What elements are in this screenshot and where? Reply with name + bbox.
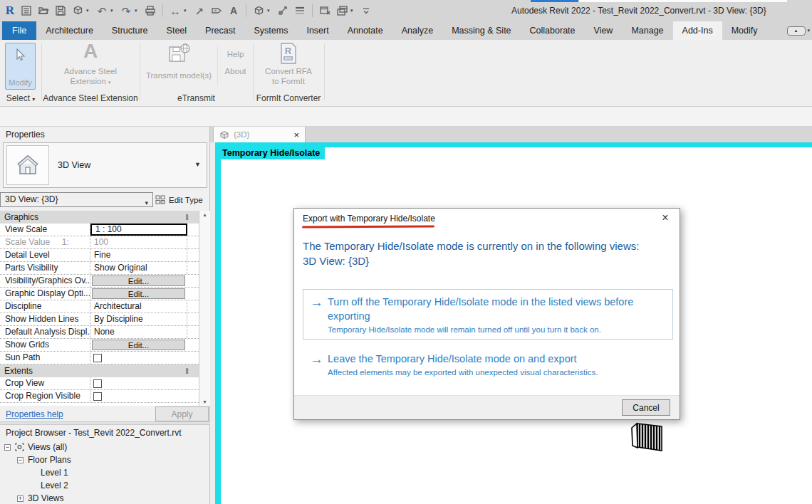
apply-button[interactable]: Apply [155,406,209,421]
section-icon[interactable] [276,3,290,19]
ribbon-tab-annotate[interactable]: Annotate [338,21,392,40]
collapse-icon[interactable]: − [4,444,11,451]
measure-dropdown-icon[interactable]: ▾ [184,8,189,14]
ribbon-tab-precast[interactable]: Precast [196,21,244,40]
property-value[interactable]: Architectural [90,300,187,313]
property-label: Default Analysis Displ... [0,326,90,338]
edit-type-button[interactable]: Edit Type [155,192,210,207]
property-value[interactable]: Show Original [90,262,187,274]
ribbon-tab-massing-site[interactable]: Massing & Site [442,21,520,40]
expand-icon[interactable]: + [17,495,24,502]
switch-windows-icon[interactable] [335,3,349,19]
property-value [102,377,187,389]
dialog-option-2[interactable]: →Leave the Temporary Hide/Isolate mode o… [303,352,673,377]
undo-icon[interactable]: ↶ [95,3,109,19]
minimize-ribbon-button[interactable]: ▲ [787,26,806,36]
switch-windows-dropdown-icon[interactable]: ▾ [350,8,356,14]
advance-steel-icon: A [41,40,140,63]
collapse-chevron-icon[interactable]: ∧∧ [185,214,199,221]
instance-selector[interactable]: 3D View: {3D} ▾ [0,192,153,207]
close-inactive-windows-icon[interactable] [318,3,332,19]
properties-scrollbar[interactable]: ▴ ▾ [199,211,210,406]
redo-icon[interactable]: ↷ [119,3,133,19]
edit-button[interactable]: Edit... [92,340,185,350]
checkbox[interactable] [93,379,102,388]
tree-item-3d-views[interactable]: +3D Views [0,492,210,504]
property-group-graphics[interactable]: Graphics∧∧ [0,211,199,224]
ribbon-tab-modify[interactable]: Modify [722,21,767,40]
checkbox[interactable] [93,354,102,362]
redo-dropdown-icon[interactable]: ▾ [135,8,140,14]
default-3d-view-dropdown-icon[interactable]: ▾ [267,8,273,14]
tree-item-views-all[interactable]: −Views (all) [0,441,210,453]
view-tab-close-icon[interactable]: × [293,130,299,140]
ribbon-tab-view[interactable]: View [585,21,623,40]
properties-palette-icon[interactable] [19,3,33,19]
ribbon-tab-manage[interactable]: Manage [622,21,672,40]
properties-help-link[interactable]: Properties help [6,409,63,419]
about-button[interactable]: About [218,67,253,75]
tree-item-label: Floor Plans [28,455,71,465]
undo-dropdown-icon[interactable]: ▾ [110,8,116,14]
ribbon: Modify Select ▾ A Advance Steel Extensio… [0,40,812,107]
ribbon-tab-architecture[interactable]: Architecture [36,21,103,40]
synchronize-dropdown-icon[interactable]: ▾ [86,8,92,14]
property-group-label: Graphics [0,212,185,222]
dialog-option-1[interactable]: →Turn off the Temporary Hide/Isolate mod… [303,289,673,340]
property-label: Show Hidden Lines [0,313,90,325]
model-element-striped-panel[interactable] [630,421,665,451]
collapse-icon[interactable]: − [17,457,24,463]
open-icon[interactable] [36,3,51,19]
view-tab-3d[interactable]: {3D} × [213,127,306,142]
checkbox[interactable] [93,392,102,401]
transmit-models-button[interactable]: Transmit model(s) [141,40,217,91]
ribbon-tab-structure[interactable]: Structure [103,21,157,40]
minimize-ribbon-caret-icon[interactable]: ▾ [808,28,811,33]
ribbon-tab-file[interactable]: File [2,21,36,40]
help-button[interactable]: Help [218,50,253,58]
ribbon-tab-analyze[interactable]: Analyze [392,21,442,40]
collapse-chevron-icon[interactable]: ∧∧ [185,368,199,374]
property-value[interactable]: Fine [90,249,187,261]
cursor-icon [15,48,26,63]
tree-item-level-2[interactable]: Level 2 [0,479,210,492]
ribbon-tab-add-ins[interactable]: Add-Ins [673,21,722,40]
select-panel-label[interactable]: Select ▾ [0,92,41,105]
ribbon-tab-collaborate[interactable]: Collaborate [521,21,585,40]
scroll-up-icon[interactable]: ▴ [199,211,210,218]
type-selector[interactable]: 3D View ▼ [3,142,207,188]
panel-divider[interactable] [0,421,210,425]
tree-item-floor-plans[interactable]: −Floor Plans [0,453,210,466]
default-3d-view-icon[interactable] [251,3,266,19]
measure-icon[interactable]: ↔ [168,3,182,19]
property-value[interactable]: 100 [90,236,187,248]
tag-by-category-icon[interactable] [209,3,224,19]
synchronize-icon[interactable] [71,3,85,19]
ribbon-tab-systems[interactable]: Systems [244,21,297,40]
scroll-down-icon[interactable]: ▾ [199,399,210,405]
ribbon-tab-steel[interactable]: Steel [157,21,197,40]
edit-button[interactable]: Edit... [92,288,185,299]
dialog-close-icon[interactable]: × [658,211,672,224]
text-icon[interactable]: A [227,3,241,19]
property-label: Visibility/Graphics Ov... [0,275,90,287]
tree-item-label: 3D Views [28,493,63,503]
aligned-dimension-icon[interactable]: ↗ [192,3,207,19]
type-selector-caret-icon[interactable]: ▼ [194,161,201,168]
tree-item-level-1[interactable]: Level 1 [0,466,210,479]
convert-rfa-button[interactable]: R RFA Convert RFA to FormIt [253,40,324,91]
cancel-button[interactable]: Cancel [622,399,670,416]
modify-button[interactable]: Modify [5,43,36,90]
advance-steel-extension-button[interactable]: A Advance Steel Extension ▾ [41,40,140,91]
thin-lines-icon[interactable] [293,3,307,19]
toolbar-separator [312,4,313,17]
value-input[interactable]: 1 : 100 [90,224,187,236]
property-value[interactable]: None [90,326,187,338]
edit-button[interactable]: Edit... [92,275,185,286]
property-group-extents[interactable]: Extents∧∧ [0,364,199,377]
print-icon[interactable] [143,3,157,19]
ribbon-tab-insert[interactable]: Insert [297,21,338,40]
property-value[interactable]: By Discipline [90,313,187,325]
save-icon[interactable] [53,3,68,19]
customize-quick-access-toolbar-icon[interactable] [359,3,373,19]
